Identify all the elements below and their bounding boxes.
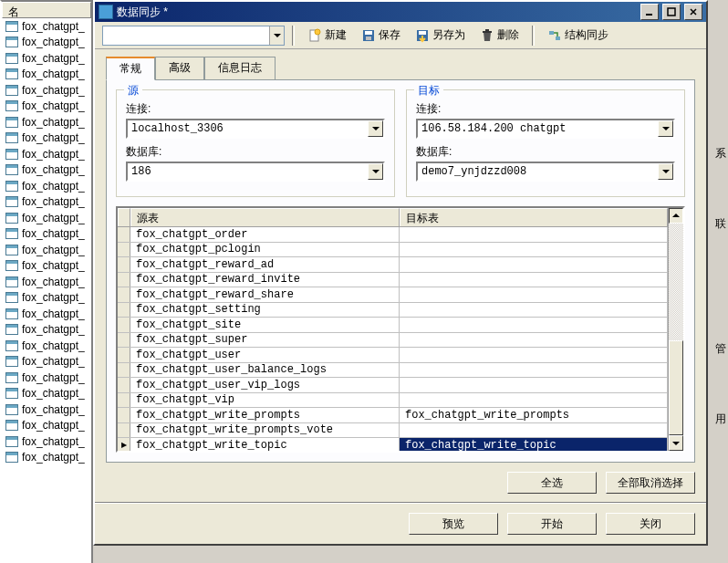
- target-table-cell[interactable]: [400, 303, 668, 318]
- target-table-cell[interactable]: [400, 243, 668, 257]
- source-db-value[interactable]: [128, 163, 368, 180]
- target-table-cell[interactable]: [400, 273, 668, 287]
- tree-item[interactable]: fox_chatgpt_: [2, 82, 91, 99]
- source-table-cell[interactable]: fox_chatgpt_user_balance_logs: [130, 363, 400, 378]
- table-row[interactable]: fox_chatgpt_pclogin: [118, 243, 668, 258]
- close-button[interactable]: 关闭: [606, 513, 695, 535]
- dropdown-icon[interactable]: [658, 120, 673, 137]
- tree-item[interactable]: fox_chatgpt_: [2, 433, 91, 450]
- source-conn-select[interactable]: [126, 119, 385, 139]
- source-table-cell[interactable]: fox_chatgpt_user: [130, 348, 400, 362]
- tree-item[interactable]: fox_chatgpt_: [2, 114, 91, 130]
- table-row[interactable]: fox_chatgpt_reward_ad: [118, 257, 668, 273]
- profile-combo[interactable]: [102, 26, 285, 46]
- table-row[interactable]: fox_chatgpt_write_promptsfox_chatgpt_wri…: [118, 408, 668, 423]
- source-table-cell[interactable]: fox_chatgpt_pclogin: [130, 243, 400, 257]
- tree-item[interactable]: fox_chatgpt_: [2, 35, 91, 51]
- tree-item[interactable]: fox_chatgpt_: [2, 130, 91, 147]
- preview-button[interactable]: 预览: [409, 513, 498, 535]
- combo-dropdown-icon[interactable]: [269, 26, 284, 45]
- source-table-cell[interactable]: fox_chatgpt_write_prompts: [130, 408, 400, 422]
- table-row[interactable]: fox_chatgpt_user_vip_logs: [118, 378, 668, 393]
- source-table-cell[interactable]: fox_chatgpt_user_vip_logs: [130, 378, 400, 392]
- table-row[interactable]: fox_chatgpt_write_prompts_vote: [118, 423, 668, 439]
- new-button[interactable]: 新建: [302, 25, 352, 46]
- target-table-cell[interactable]: [400, 227, 668, 242]
- target-table-cell[interactable]: [400, 318, 668, 332]
- tree-item[interactable]: fox_chatgpt_: [2, 194, 91, 211]
- tree-item[interactable]: fox_chatgpt_: [2, 338, 91, 354]
- table-row[interactable]: fox_chatgpt_user: [118, 348, 668, 363]
- dropdown-icon[interactable]: [368, 120, 383, 137]
- target-table-cell[interactable]: [400, 423, 668, 438]
- tree-item[interactable]: fox_chatgpt_: [2, 242, 91, 258]
- table-row[interactable]: fox_chatgpt_write_topicfox_chatgpt_write…: [118, 438, 668, 451]
- tree-item[interactable]: fox_chatgpt_: [2, 50, 91, 67]
- target-table-cell[interactable]: [400, 348, 668, 362]
- grid-source-header[interactable]: 源表: [130, 208, 400, 226]
- target-table-cell[interactable]: [400, 257, 668, 272]
- target-table-cell[interactable]: [400, 393, 668, 408]
- scroll-thumb[interactable]: [669, 340, 683, 435]
- table-row[interactable]: fox_chatgpt_setting: [118, 303, 668, 318]
- target-table-cell[interactable]: [400, 333, 668, 348]
- dropdown-icon[interactable]: [658, 163, 673, 180]
- tree-item[interactable]: fox_chatgpt_: [2, 146, 91, 162]
- close-button[interactable]: [684, 4, 702, 20]
- source-table-cell[interactable]: fox_chatgpt_vip: [130, 393, 400, 408]
- table-mapping-grid[interactable]: 源表 目标表 fox_chatgpt_orderfox_chatgpt_pclo…: [116, 206, 685, 453]
- source-table-cell[interactable]: fox_chatgpt_reward_invite: [130, 273, 400, 287]
- target-table-cell[interactable]: fox_chatgpt_write_topic: [400, 438, 668, 451]
- scroll-track[interactable]: [669, 224, 683, 435]
- source-table-cell[interactable]: fox_chatgpt_setting: [130, 303, 400, 318]
- target-table-cell[interactable]: [400, 287, 668, 302]
- source-table-cell[interactable]: fox_chatgpt_reward_ad: [130, 257, 400, 272]
- start-button[interactable]: 开始: [507, 513, 597, 535]
- tree-item[interactable]: fox_chatgpt_: [2, 306, 91, 322]
- table-row[interactable]: fox_chatgpt_site: [118, 318, 668, 333]
- profile-input[interactable]: [103, 26, 269, 45]
- target-table-cell[interactable]: fox_chatgpt_write_prompts: [400, 408, 668, 422]
- select-all-button[interactable]: 全选: [507, 472, 597, 494]
- tree-item[interactable]: fox_chatgpt_: [2, 99, 91, 115]
- tree-item[interactable]: fox_chatgpt_: [2, 418, 91, 434]
- table-row[interactable]: fox_chatgpt_order: [118, 227, 668, 243]
- table-row[interactable]: fox_chatgpt_user_balance_logs: [118, 363, 668, 379]
- source-table-cell[interactable]: fox_chatgpt_order: [130, 227, 400, 242]
- tree-column-header[interactable]: 名: [2, 2, 91, 18]
- source-db-select[interactable]: [126, 162, 385, 182]
- deselect-all-button[interactable]: 全部取消选择: [606, 472, 695, 494]
- table-row[interactable]: fox_chatgpt_reward_share: [118, 287, 668, 303]
- source-table-cell[interactable]: fox_chatgpt_super: [130, 333, 400, 348]
- save-button[interactable]: 保存: [356, 25, 406, 46]
- tab-advanced[interactable]: 高级: [155, 57, 204, 79]
- target-table-cell[interactable]: [400, 378, 668, 392]
- table-row[interactable]: fox_chatgpt_reward_invite: [118, 273, 668, 288]
- tree-item[interactable]: fox_chatgpt_: [2, 450, 91, 466]
- source-table-cell[interactable]: fox_chatgpt_reward_share: [130, 287, 400, 302]
- tree-item[interactable]: fox_chatgpt_: [2, 226, 91, 243]
- minimize-button[interactable]: [640, 4, 659, 20]
- source-table-cell[interactable]: fox_chatgpt_write_prompts_vote: [130, 423, 400, 438]
- tree-item[interactable]: fox_chatgpt_: [2, 178, 91, 194]
- target-db-value[interactable]: [418, 163, 658, 180]
- source-table-cell[interactable]: fox_chatgpt_write_topic: [130, 438, 400, 451]
- target-db-select[interactable]: [416, 162, 675, 182]
- target-conn-value[interactable]: [418, 120, 658, 137]
- maximize-button[interactable]: [662, 4, 681, 20]
- tree-item[interactable]: fox_chatgpt_: [2, 258, 91, 275]
- scroll-down-icon[interactable]: [669, 435, 683, 451]
- tree-item[interactable]: fox_chatgpt_: [2, 210, 91, 226]
- tree-item[interactable]: fox_chatgpt_: [2, 18, 91, 35]
- tree-item[interactable]: fox_chatgpt_: [2, 370, 91, 386]
- tree-item[interactable]: fox_chatgpt_: [2, 354, 91, 370]
- tree-item[interactable]: fox_chatgpt_: [2, 322, 91, 339]
- struct-sync-button[interactable]: 结构同步: [542, 25, 614, 46]
- vertical-scrollbar[interactable]: [668, 208, 683, 451]
- table-row[interactable]: fox_chatgpt_super: [118, 333, 668, 349]
- tab-general[interactable]: 常规: [106, 57, 155, 80]
- tree-item[interactable]: fox_chatgpt_: [2, 162, 91, 179]
- tree-item[interactable]: fox_chatgpt_: [2, 67, 91, 83]
- tree-item[interactable]: fox_chatgpt_: [2, 274, 91, 290]
- tab-msglog[interactable]: 信息日志: [204, 57, 276, 79]
